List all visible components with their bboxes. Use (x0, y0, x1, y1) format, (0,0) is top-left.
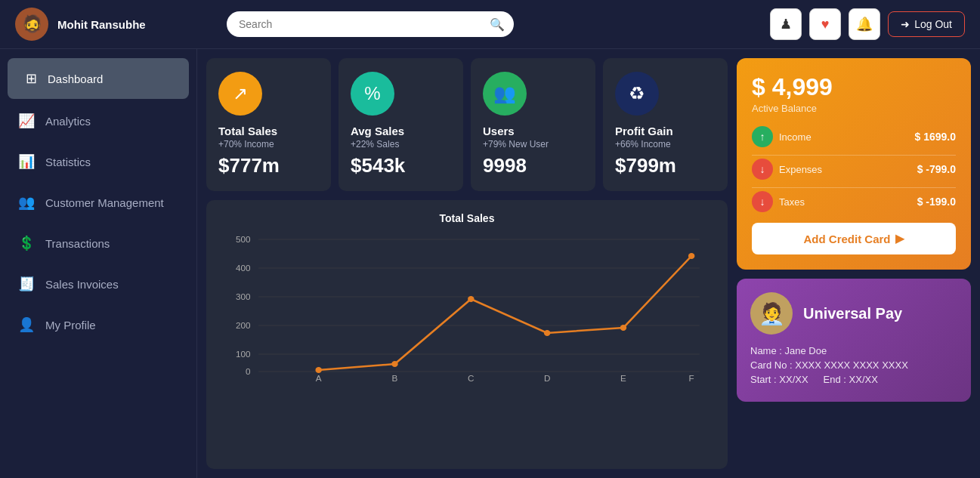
svg-text:B: B (392, 374, 398, 383)
tax-left: ↓ Taxes (752, 191, 805, 212)
header-right: ♟ ♥ 🔔 ➜ Log Out (770, 8, 965, 40)
svg-text:D: D (544, 374, 550, 383)
sidebar-item-statistics[interactable]: 📊 Statistics (0, 141, 196, 182)
heart-icon-button[interactable]: ♥ (809, 8, 841, 40)
svg-text:400: 400 (236, 264, 250, 273)
total-sales-value: $777m (218, 154, 280, 177)
header: 🧔 Mohit Ransubhe 🔍 ♟ ♥ 🔔 ➜ Log Out (0, 0, 980, 49)
svg-point-21 (544, 330, 550, 336)
unipay-avatar: 🧑‍💼 (750, 292, 793, 335)
stat-card-users: 👥 Users +79% New User 9998 (471, 58, 595, 191)
customer-icon: 👥 (18, 194, 35, 211)
stats-row: ↗ Total Sales +70% Income $777m % Avg Sa… (206, 58, 728, 191)
income-row: ↑ Income $ 1699.0 (752, 126, 956, 147)
chart-card: Total Sales 500 400 300 200 (206, 200, 728, 469)
header-left: 🧔 Mohit Ransubhe (15, 8, 212, 41)
profit-label: Profit Gain (615, 125, 673, 137)
chart-title: Total Sales (218, 212, 716, 224)
svg-point-20 (468, 296, 474, 302)
logout-icon: ➜ (901, 18, 910, 30)
add-credit-card-button[interactable]: Add Credit Card ▶ (752, 223, 956, 254)
avg-sales-icon: % (351, 72, 394, 116)
content: ↗ Total Sales +70% Income $777m % Avg Sa… (197, 49, 980, 478)
users-value: 9998 (483, 154, 527, 177)
unipay-dates: Start : XX/XX End : XX/XX (750, 374, 957, 388)
finance-divider-2 (752, 187, 956, 188)
chart-container: 500 400 300 200 100 0 A B C D E F (218, 232, 716, 383)
tax-name: Taxes (779, 196, 805, 208)
svg-text:F: F (689, 374, 694, 383)
unipay-end: End : XX/XX (824, 374, 878, 385)
profit-sub: +66% Income (615, 139, 671, 150)
expense-icon: ↓ (752, 159, 773, 180)
stat-card-total-sales: ↗ Total Sales +70% Income $777m (206, 58, 331, 191)
svg-point-22 (620, 325, 626, 331)
unipay-start: Start : XX/XX (750, 374, 808, 385)
logout-label: Log Out (914, 18, 952, 30)
main-layout: ⊞ Dashboard 📈 Analytics 📊 Statistics 👥 C… (0, 49, 980, 478)
balance-amount: $ 4,999 (752, 73, 956, 101)
svg-text:300: 300 (236, 292, 250, 301)
total-sales-sub: +70% Income (218, 139, 274, 150)
expense-value: $ -799.0 (917, 163, 956, 175)
svg-text:100: 100 (236, 350, 250, 359)
svg-text:E: E (620, 374, 626, 383)
profit-icon: ♻ (615, 72, 659, 116)
chess-icon-button[interactable]: ♟ (770, 8, 802, 40)
total-sales-label: Total Sales (218, 125, 277, 137)
line-chart: 500 400 300 200 100 0 A B C D E F (218, 232, 716, 383)
content-main: ↗ Total Sales +70% Income $777m % Avg Sa… (206, 58, 728, 469)
sidebar-item-transactions[interactable]: 💲 Transactions (0, 223, 196, 264)
sidebar-item-my-profile[interactable]: 👤 My Profile (0, 304, 196, 345)
profit-value: $799m (615, 154, 676, 177)
income-value: $ 1699.0 (915, 131, 957, 143)
svg-text:0: 0 (246, 367, 250, 376)
income-left: ↑ Income (752, 126, 812, 147)
sidebar-item-label: Customer Management (45, 196, 164, 209)
user-name: Mohit Ransubhe (57, 18, 146, 31)
users-sub: +79% New User (483, 139, 549, 150)
unipay-card-number: Card No : XXXX XXXX XXXX XXXX (750, 359, 957, 371)
sidebar-item-sales-invoices[interactable]: 🧾 Sales Invoices (0, 264, 196, 304)
avg-sales-value: $543k (351, 154, 405, 177)
sidebar-item-customer-management[interactable]: 👥 Customer Management (0, 182, 196, 223)
svg-point-18 (315, 367, 321, 373)
logout-button[interactable]: ➜ Log Out (888, 11, 965, 37)
dashboard-icon: ⊞ (26, 70, 37, 87)
svg-text:500: 500 (236, 235, 250, 244)
bell-icon-button[interactable]: 🔔 (849, 8, 880, 40)
sidebar-item-label: Transactions (45, 237, 110, 250)
search-bar: 🔍 (227, 11, 514, 37)
users-label: Users (483, 125, 515, 137)
search-icon[interactable]: 🔍 (490, 17, 505, 32)
avatar: 🧔 (15, 8, 48, 41)
avg-sales-label: Avg Sales (351, 125, 404, 137)
analytics-icon: 📈 (18, 113, 35, 129)
avg-sales-sub: +22% Sales (351, 139, 399, 150)
expense-row: ↓ Expenses $ -799.0 (752, 159, 956, 180)
stat-card-profit-gain: ♻ Profit Gain +66% Income $799m (603, 58, 728, 191)
expense-left: ↓ Expenses (752, 159, 822, 180)
unipay-name: Name : Jane Doe (750, 345, 957, 356)
sidebar-item-label: Statistics (45, 156, 91, 168)
svg-point-23 (688, 253, 694, 259)
unipay-header: 🧑‍💼 Universal Pay (750, 292, 957, 335)
statistics-icon: 📊 (18, 153, 35, 170)
sidebar-item-dashboard[interactable]: ⊞ Dashboard (8, 58, 189, 99)
chevron-right-icon: ▶ (895, 232, 904, 245)
svg-point-19 (391, 361, 397, 367)
right-panel: $ 4,999 Active Balance ↑ Income $ 1699.0… (737, 58, 971, 469)
invoices-icon: 🧾 (18, 276, 35, 292)
expense-name: Expenses (779, 164, 822, 175)
transactions-icon: 💲 (18, 235, 35, 251)
sidebar: ⊞ Dashboard 📈 Analytics 📊 Statistics 👥 C… (0, 49, 197, 478)
svg-text:A: A (316, 374, 322, 383)
sidebar-item-label: Analytics (45, 115, 91, 128)
search-input[interactable] (227, 11, 514, 37)
tax-row: ↓ Taxes $ -199.0 (752, 191, 956, 212)
finance-divider-1 (752, 155, 956, 156)
tax-value: $ -199.0 (917, 196, 956, 208)
income-name: Income (779, 131, 812, 143)
income-icon: ↑ (752, 126, 773, 147)
sidebar-item-analytics[interactable]: 📈 Analytics (0, 100, 196, 141)
